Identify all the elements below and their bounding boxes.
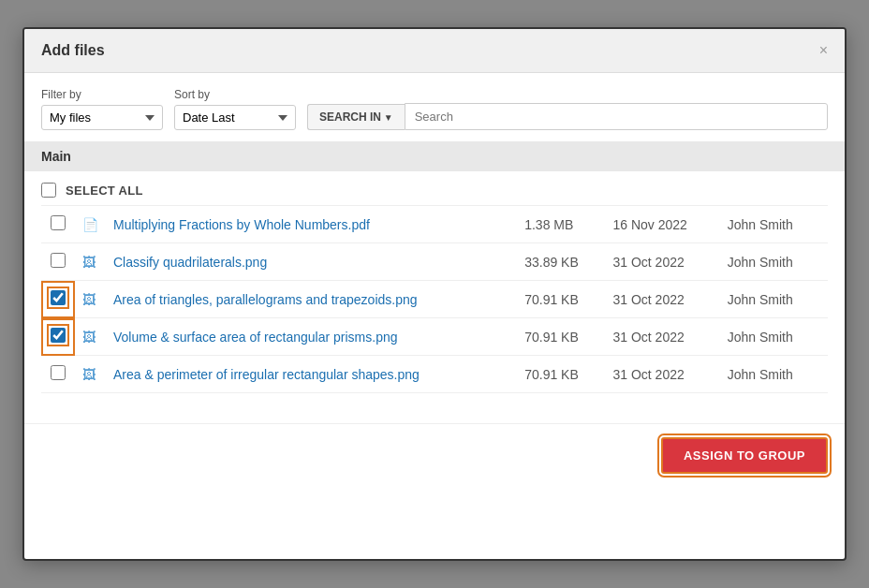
modal-footer: ASSIGN TO GROUP [24,423,845,487]
sort-by-select[interactable]: Date Last Date First Name A-Z Name Z-A [174,105,296,130]
file-date: 31 Oct 2022 [605,356,719,393]
table-row: 📄Multiplying Fractions by Whole Numbers.… [41,206,828,243]
file-owner: John Smith [720,281,828,318]
file-size: 33.89 KB [517,243,605,281]
image-file-icon: 🖼 [82,330,96,345]
file-date: 31 Oct 2022 [605,243,719,281]
file-owner: John Smith [720,243,828,281]
sort-by-label: Sort by [174,88,296,101]
add-files-modal: Add files × Filter by My files All files… [22,27,847,561]
image-file-icon: 🖼 [82,292,96,307]
table-row: 🖼Classify quadrilaterals.png33.89 KB31 O… [41,243,828,281]
pdf-file-icon: 📄 [82,217,98,232]
file-owner: John Smith [720,206,828,243]
file-size: 70.91 KB [517,318,605,356]
select-all-checkbox[interactable] [41,183,56,198]
file-owner: John Smith [720,356,828,393]
select-all-row: SELECT ALL [41,171,828,206]
image-file-icon: 🖼 [82,367,96,382]
file-table: 📄Multiplying Fractions by Whole Numbers.… [41,206,828,393]
sort-by-group: Sort by Date Last Date First Name A-Z Na… [174,88,296,130]
file-checkbox[interactable] [51,365,66,380]
table-row: 🖼Volume & surface area of rectangular pr… [41,318,828,356]
file-size: 70.91 KB [517,281,605,318]
table-row: 🖼Area & perimeter of irregular rectangul… [41,356,828,393]
file-name-link[interactable]: Multiplying Fractions by Whole Numbers.p… [113,217,370,232]
file-date: 31 Oct 2022 [605,318,719,356]
file-name-link[interactable]: Volume & surface area of rectangular pri… [113,330,398,345]
filter-by-group: Filter by My files All files Shared file… [41,88,163,130]
close-button[interactable]: × [819,43,828,58]
file-checkbox[interactable] [51,290,66,305]
search-input[interactable] [405,103,828,130]
file-size: 1.38 MB [517,206,605,243]
search-in-button[interactable]: SEARCH IN [307,104,405,130]
file-date: 16 Nov 2022 [605,206,719,243]
filter-by-select[interactable]: My files All files Shared files [41,105,163,130]
section-header: Main [24,141,845,171]
file-size: 70.91 KB [517,356,605,393]
search-group: SEARCH IN [307,103,828,130]
file-checkbox[interactable] [51,328,66,343]
select-all-label: SELECT ALL [66,184,143,198]
modal-header: Add files × [24,29,845,73]
file-name-link[interactable]: Area of triangles, parallelograms and tr… [113,292,418,307]
modal-title: Add files [41,42,105,59]
modal-body: Filter by My files All files Shared file… [24,73,845,408]
image-file-icon: 🖼 [82,255,96,270]
file-checkbox[interactable] [51,253,66,268]
file-date: 31 Oct 2022 [605,281,719,318]
file-name-link[interactable]: Classify quadrilaterals.png [113,255,267,270]
filters-row: Filter by My files All files Shared file… [41,88,828,130]
file-name-link[interactable]: Area & perimeter of irregular rectangula… [113,367,420,382]
file-checkbox[interactable] [51,215,66,230]
assign-to-group-button[interactable]: ASSIGN TO GROUP [661,437,828,474]
file-owner: John Smith [720,318,828,356]
table-row: 🖼Area of triangles, parallelograms and t… [41,281,828,318]
filter-by-label: Filter by [41,88,163,101]
